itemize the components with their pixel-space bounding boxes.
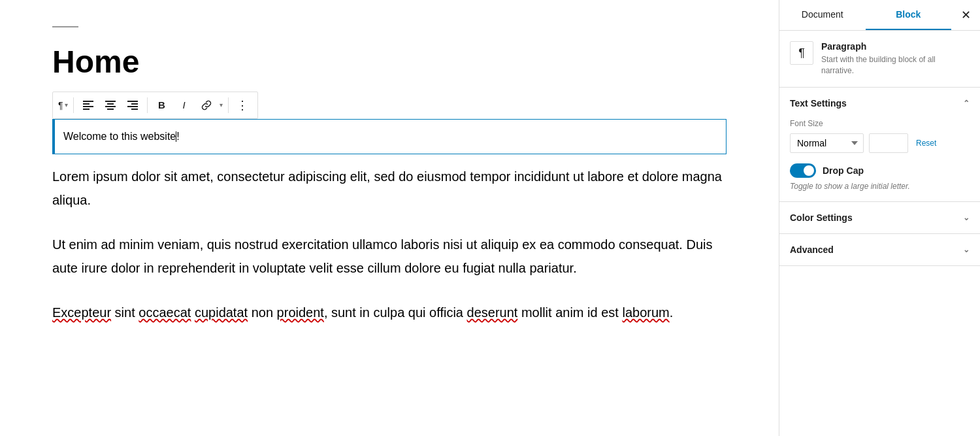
link-button[interactable] [196,95,217,116]
font-size-row: Small Normal Medium Large Extra Large Re… [790,133,970,153]
svg-rect-11 [131,109,138,110]
advanced-section: Advanced ⌄ [779,234,980,266]
svg-rect-7 [107,109,114,110]
text-fragment: . [670,305,674,320]
spellcheck-word-cupidatat: cupidatat [195,305,248,320]
block-type-description: Start with the building block of all nar… [821,54,970,76]
text-settings-label: Text Settings [790,98,847,109]
color-settings-chevron-icon: ⌄ [963,213,970,222]
bold-button[interactable]: B [152,95,172,116]
advanced-label: Advanced [790,244,834,255]
svg-rect-6 [105,106,116,107]
more-options-button[interactable]: ⋮ [233,95,253,116]
paragraph-style-button[interactable]: ¶ ▾ [57,95,69,116]
svg-rect-2 [83,106,93,107]
drop-cap-toggle[interactable] [790,163,816,178]
text-settings-section: Text Settings ⌃ Font Size Small Normal M… [779,88,980,202]
color-settings-header[interactable]: Color Settings ⌄ [779,202,980,233]
svg-rect-10 [127,106,138,107]
spellcheck-word-laborum: laborum [622,305,669,320]
toolbar-divider-2 [147,97,148,113]
editor-area: Home ¶ ▾ B I [0,0,779,436]
toolbar-divider-3 [228,97,229,113]
font-size-label: Font Size [790,119,970,128]
text-settings-chevron-icon: ⌃ [963,99,970,108]
block-info-text: Paragraph Start with the building block … [821,41,970,76]
selected-paragraph-block[interactable]: Welcome to this website! [52,119,727,155]
paragraph-block-icon: ¶ [798,46,805,60]
align-right-button[interactable] [122,95,143,116]
paragraph-arrow-icon: ▾ [65,101,68,109]
selected-block-text: Welcome to this website [63,131,176,142]
editor-top-line [52,26,78,27]
text-settings-header[interactable]: Text Settings ⌃ [779,88,980,119]
tab-document[interactable]: Document [779,0,866,30]
spellcheck-word-excepteur: Excepteur [52,305,111,320]
text-settings-content: Font Size Small Normal Medium Large Extr… [779,119,980,201]
italic-button[interactable]: I [174,95,195,116]
align-center-button[interactable] [100,95,121,116]
drop-cap-row: Drop Cap [790,163,970,178]
editor-title[interactable]: Home [52,43,727,81]
svg-rect-8 [127,101,138,102]
font-size-reset-button[interactable]: Reset [913,136,939,150]
font-size-custom-input[interactable] [869,133,908,153]
color-settings-label: Color Settings [790,212,853,223]
block-type-icon: ¶ [790,41,813,65]
drop-cap-label: Drop Cap [823,165,864,176]
advanced-header[interactable]: Advanced ⌄ [779,234,980,265]
block-info-section: ¶ Paragraph Start with the building bloc… [779,31,980,88]
block-left-indicator [53,120,55,154]
spellcheck-word-occaecat: occaecat [139,305,191,320]
advanced-chevron-icon: ⌄ [963,245,970,254]
paragraph-2[interactable]: Ut enim ad minim veniam, quis nostrud ex… [52,233,727,280]
close-sidebar-button[interactable]: ✕ [951,1,980,29]
text-fragment: mollit anim id est [517,305,622,320]
paragraph-1[interactable]: Lorem ipsum dolor sit amet, consectetur … [52,165,727,212]
color-settings-section: Color Settings ⌄ [779,202,980,234]
spellcheck-paragraph[interactable]: Excepteur sint occaecat cupidatat non pr… [52,301,727,324]
block-toolbar: ¶ ▾ B I ▾ [52,92,258,119]
paragraph-icon: ¶ [58,100,63,110]
more-rich-button[interactable]: ▾ [218,95,224,116]
svg-rect-0 [83,101,93,102]
svg-rect-3 [83,109,90,110]
drop-cap-description: Toggle to show a large initial letter. [790,182,970,191]
svg-rect-4 [105,101,116,102]
selected-block-text-end: ! [176,131,179,142]
sidebar: Document Block ✕ ¶ Paragraph Start with … [779,0,980,436]
text-fragment: non [248,305,276,320]
sidebar-tabs-header: Document Block ✕ [779,0,980,31]
align-left-button[interactable] [78,95,99,116]
tab-block[interactable]: Block [866,0,952,30]
spellcheck-word-deserunt: deserunt [467,305,518,320]
svg-rect-9 [131,103,138,105]
spellcheck-word-proident: proident [277,305,324,320]
selected-block-wrapper: ¶ ▾ B I ▾ [52,92,727,155]
font-size-select[interactable]: Small Normal Medium Large Extra Large [790,133,864,153]
text-fragment: sint [111,305,139,320]
toolbar-divider-1 [73,97,74,113]
svg-rect-5 [107,103,114,105]
more-rich-icon: ▾ [220,101,223,109]
block-type-name: Paragraph [821,41,970,52]
text-fragment: , sunt in culpa qui officia [324,305,467,320]
svg-rect-1 [83,103,90,105]
